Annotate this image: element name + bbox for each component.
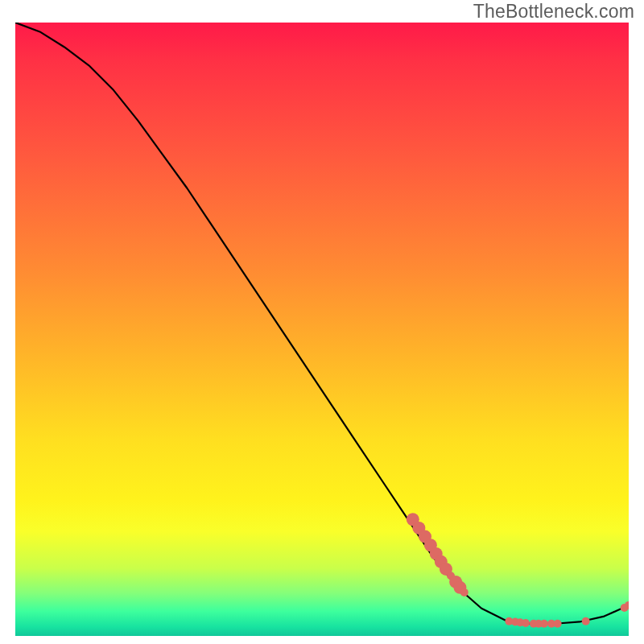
data-marker (554, 620, 562, 628)
data-marker (540, 620, 548, 628)
chart-overlay-svg (15, 23, 629, 636)
chart-area (15, 23, 629, 636)
data-marker (460, 588, 469, 597)
data-marker (522, 619, 530, 627)
data-markers (407, 513, 629, 628)
main-curve (15, 23, 629, 624)
watermark-text: TheBottleneck.com (473, 1, 634, 23)
data-marker (582, 617, 590, 625)
